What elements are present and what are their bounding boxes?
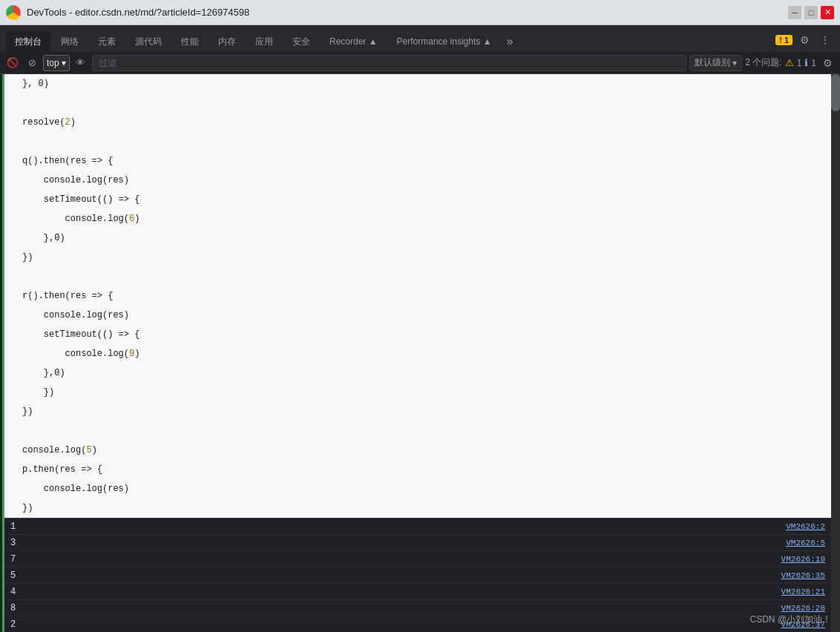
code-line: console.log(6)	[4, 209, 831, 228]
settings-button[interactable]: ⚙	[795, 31, 813, 49]
tabs-more-button[interactable]: »	[502, 31, 518, 52]
tab-performance[interactable]: 性能	[172, 31, 208, 52]
code-line: }, 0)	[4, 74, 831, 93]
code-line	[4, 421, 831, 441]
watermark: CSDN @小刘加油！	[749, 613, 831, 626]
console-content[interactable]: }, 0) resolve(2) q().then(res => { conso…	[4, 74, 831, 632]
output-section: 1 VM2626:2 3 VM2626:5 7 VM2626:10 5 VM26…	[4, 518, 831, 632]
eye-button[interactable]: 👁	[73, 55, 89, 71]
console-toolbar: 🚫 ⊘ top ▾ 👁 默认级别 ▾ 2 个问题: ⚠ 1 ℹ 1 ⚙	[0, 52, 840, 74]
issues-count: 2 个问题: ⚠ 1 ℹ 1	[745, 56, 816, 69]
code-line	[4, 93, 831, 113]
code-line: })	[4, 498, 831, 518]
level-label: 默认级别	[695, 56, 730, 69]
tab-sources[interactable]: 源代码	[126, 31, 171, 52]
console-settings-button[interactable]: ⚙	[819, 55, 836, 71]
output-row: 5 VM2626:35	[4, 567, 831, 584]
tab-perf-insights[interactable]: Performance insights ▲	[388, 31, 501, 52]
tab-network[interactable]: 网络	[52, 31, 88, 52]
title-bar: DevTools - editor.csdn.net/md/?articleId…	[0, 0, 840, 25]
code-line: },0)	[4, 228, 831, 248]
maximize-button[interactable]: □	[804, 6, 818, 19]
output-value: 2	[10, 619, 16, 630]
level-dropdown-icon: ▾	[732, 58, 737, 68]
scrollbar-track[interactable]	[831, 74, 840, 632]
output-row: 2 VM2626:37	[4, 616, 831, 632]
warning-count: 1	[797, 58, 802, 68]
output-row: 3 VM2626:5	[4, 535, 831, 551]
code-line: q().then(res => {	[4, 151, 831, 171]
code-line: console.log(9)	[4, 344, 831, 363]
output-row: 8 VM2626:28	[4, 600, 831, 616]
output-source-link[interactable]: VM2626:5	[786, 539, 825, 547]
code-line: setTimeout(() => {	[4, 325, 831, 344]
code-line: })	[4, 248, 831, 267]
window-controls: ─ □ ✕	[788, 6, 834, 19]
issues-label: 2 个问题:	[745, 56, 781, 69]
output-value: 4	[10, 587, 16, 597]
filter-toggle-button[interactable]: ⊘	[24, 55, 40, 71]
close-button[interactable]: ✕	[821, 6, 834, 19]
code-line: })	[4, 383, 831, 402]
info-count: 1	[811, 58, 816, 68]
output-row: 4 VM2626:21	[4, 584, 831, 600]
code-line	[4, 132, 831, 151]
context-dropdown-icon: ▾	[62, 58, 66, 68]
tab-recorder[interactable]: Recorder ▲	[321, 31, 387, 52]
output-source-link[interactable]: VM2626:2	[786, 522, 825, 531]
output-source-link[interactable]: VM2626:21	[781, 587, 825, 596]
code-line: p.then(res => {	[4, 460, 831, 479]
code-line: resolve(2)	[4, 113, 831, 132]
clear-console-button[interactable]: 🚫	[4, 55, 21, 71]
info-icon: ℹ	[804, 57, 808, 68]
output-value: 5	[10, 570, 16, 581]
issues-badge: ! 1	[775, 35, 793, 45]
code-line: console.log(5)	[4, 441, 831, 460]
output-value: 1	[10, 521, 16, 532]
scrollbar-thumb[interactable]	[831, 74, 840, 111]
tab-security[interactable]: 安全	[283, 31, 319, 52]
tab-application[interactable]: 应用	[246, 31, 282, 52]
log-level-selector[interactable]: 默认级别 ▾	[689, 55, 742, 71]
output-source-link[interactable]: VM2626:10	[781, 555, 825, 564]
minimize-button[interactable]: ─	[788, 6, 801, 19]
code-line: })	[4, 402, 831, 421]
code-line: },0)	[4, 363, 831, 383]
filter-input[interactable]	[92, 55, 687, 71]
output-row: 1 VM2626:2	[4, 519, 831, 535]
code-line: setTimeout(() => {	[4, 190, 831, 209]
output-value: 8	[10, 603, 16, 613]
output-source-link[interactable]: VM2626:35	[781, 571, 825, 580]
output-row: 7 VM2626:10	[4, 551, 831, 567]
code-display: }, 0) resolve(2) q().then(res => { conso…	[4, 74, 831, 518]
context-selector[interactable]: top ▾	[43, 55, 70, 71]
output-source-link[interactable]: VM2626:28	[781, 604, 825, 613]
code-line	[4, 267, 831, 286]
output-value: 7	[10, 554, 16, 564]
code-line: console.log(res)	[4, 306, 831, 325]
code-line: console.log(res)	[4, 479, 831, 498]
devtools-actions: ! 1 ⚙ ⋮	[775, 31, 834, 52]
tab-elements[interactable]: 元素	[89, 31, 125, 52]
window-title: DevTools - editor.csdn.net/md/?articleId…	[27, 7, 782, 18]
more-options-button[interactable]: ⋮	[816, 31, 834, 49]
code-line: r().then(res => {	[4, 286, 831, 306]
code-line: console.log(res)	[4, 171, 831, 190]
warning-icon: ⚠	[785, 57, 794, 68]
tab-memory[interactable]: 内存	[209, 31, 245, 52]
context-label: top	[47, 58, 59, 68]
tab-console[interactable]: 控制台	[6, 31, 50, 52]
console-main: }, 0) resolve(2) q().then(res => { conso…	[0, 74, 840, 632]
output-value: 3	[10, 538, 16, 548]
chrome-logo-icon	[6, 5, 21, 20]
devtools-tab-bar: 控制台 网络 元素 源代码 性能 内存 应用 安全 Recorder ▲ Per…	[0, 25, 840, 52]
